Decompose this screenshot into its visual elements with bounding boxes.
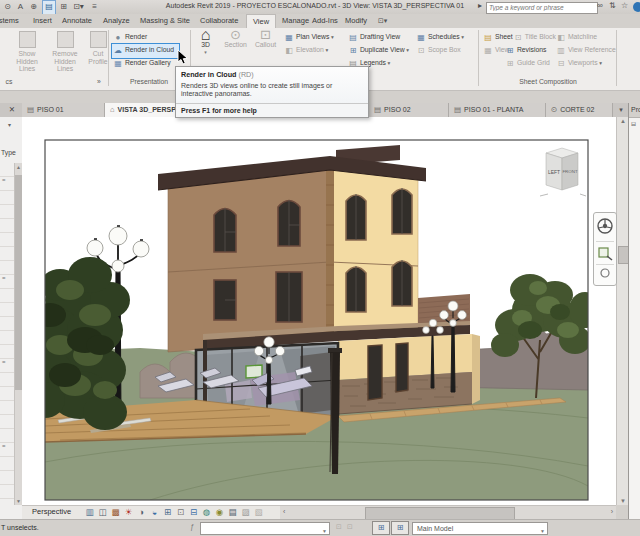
scope-box-icon: ⊡	[416, 44, 426, 57]
steering-wheel-icon[interactable]	[595, 215, 615, 239]
show-crop-region-icon[interactable]: ⊡	[174, 507, 187, 517]
close-view-icon[interactable]	[4, 103, 20, 117]
tab-analyze[interactable]: Analyze	[103, 14, 130, 28]
revisions-button[interactable]: ⊞ Revisions	[505, 43, 546, 56]
tab-systems[interactable]: Systems	[0, 14, 19, 28]
properties-scrollbar[interactable]: ▲ ▼	[14, 163, 22, 505]
scale-icon[interactable]: ▥	[83, 507, 96, 517]
sync-icon[interactable]: ⊕	[28, 0, 39, 13]
section-icon: ⊙	[222, 31, 249, 39]
gray-inactive-icon[interactable]: ⊡	[347, 523, 353, 531]
render-gallery-button[interactable]: ▦ Render Gallery	[113, 56, 171, 69]
render-gallery-icon: ▦	[113, 57, 123, 70]
tab-insert[interactable]: Insert	[33, 14, 52, 28]
graphics-panel-expand-icon[interactable]: »	[94, 76, 104, 87]
navigation-bar	[593, 212, 617, 286]
floor-plan-icon: ▤	[27, 103, 34, 117]
visual-style-icon[interactable]: ▩	[109, 507, 122, 517]
section-button[interactable]: ⊙ Section	[222, 30, 249, 48]
scrollbar-corner	[616, 505, 628, 519]
navbar-more-icon[interactable]	[595, 267, 615, 281]
editable-only-icon[interactable]: ⊡	[336, 523, 342, 531]
view-control-bar: Perspective ▥ ◫ ▩ ☀ ◑ ◒ ⊞ ⊡ ⊟ ◍ ◉ ▤ ▨ ▧	[22, 505, 280, 520]
tab-add-ins[interactable]: Add-Ins	[312, 14, 338, 28]
horizontal-scrollbar[interactable]: ‹ ›	[280, 505, 616, 520]
tab-annotate[interactable]: Annotate	[62, 14, 92, 28]
guide-grid-button[interactable]: ⊞ Guide Grid	[505, 56, 550, 69]
view-tab-piso01-planta[interactable]: ▤PISO 01 - PLANTA	[449, 103, 546, 117]
worksharing-display-icon[interactable]: ⊞	[372, 521, 390, 535]
view-icon: ▦	[483, 44, 493, 57]
type-selector-arrow-icon[interactable]: ▾	[8, 121, 11, 128]
matchline-button[interactable]: ◧ Matchline	[556, 30, 597, 43]
modify-tool-icon[interactable]: ⊙	[2, 0, 13, 13]
render-in-cloud-button[interactable]: ☁ Render in Cloud	[113, 43, 174, 56]
hide-analytical-icon[interactable]: ▨	[239, 507, 252, 517]
sheet-button[interactable]: ▤ Sheet	[483, 30, 513, 43]
temporary-view-properties-icon[interactable]: ▤	[226, 507, 239, 517]
design-options-icon[interactable]: ⊞	[391, 521, 409, 535]
tab-manage[interactable]: Manage	[282, 14, 309, 28]
reveal-hidden-icon[interactable]: ◉	[213, 507, 226, 517]
cut-profile-icon	[90, 31, 107, 48]
favorites-star-icon[interactable]: ☆	[621, 1, 628, 10]
render-dialog-icon[interactable]: ◒	[148, 507, 161, 517]
viewcube-front-face[interactable]: FRONT	[562, 169, 577, 174]
sign-in-icon[interactable]: ⇅	[609, 1, 616, 10]
text-tool-icon[interactable]: A	[15, 0, 26, 13]
remove-hidden-lines-button[interactable]: RemoveHidden Lines	[50, 30, 80, 73]
scrollbar-thumb[interactable]	[15, 175, 22, 390]
duplicate-view-button[interactable]: ⊞ Duplicate View	[348, 43, 409, 56]
viewports-button[interactable]: ⊟ Viewports	[556, 56, 602, 69]
viewcube-left-face[interactable]: LEFT	[548, 169, 560, 175]
tab-modify[interactable]: Modify	[345, 14, 367, 28]
scroll-left-icon[interactable]: ‹	[283, 508, 285, 515]
view-tab-piso01[interactable]: ▤PISO 01	[22, 103, 105, 117]
ribbon-tab-bar: Systems Insert Annotate Analyze Massing …	[0, 14, 640, 28]
shadows-icon[interactable]: ◑	[135, 507, 148, 517]
active-workset-select[interactable]: ▼	[200, 522, 330, 535]
3d-view-icon: ⌂	[110, 103, 115, 117]
view-reference-button[interactable]: ▥ View Reference	[556, 43, 616, 56]
elevation-button[interactable]: ◧ Elevation	[284, 43, 328, 56]
worksets-icon[interactable]: ƒ	[190, 523, 194, 530]
thin-lines-icon[interactable]: ⊞	[58, 0, 69, 13]
lock-3d-view-icon[interactable]: ⊟	[187, 507, 200, 517]
drafting-view-button[interactable]: ▤ Drafting View	[348, 30, 400, 43]
render-button[interactable]: ● Render	[113, 30, 147, 43]
tab-massing-site[interactable]: Massing & Site	[140, 14, 190, 28]
cut-profile-button[interactable]: CutProfile	[86, 30, 110, 65]
qat-menu-icon[interactable]: ≡	[89, 0, 100, 13]
temporary-hide-isolate-icon[interactable]: ◍	[200, 507, 213, 517]
view-tab-list-icon[interactable]: ▾	[615, 104, 627, 116]
3d-view-button[interactable]: ⌂ 3D▾	[192, 30, 219, 57]
switch-windows-icon[interactable]: ⊡▾	[71, 0, 86, 13]
properties-palette-icon[interactable]: ▤	[42, 0, 56, 15]
plan-views-button[interactable]: ▦ Plan Views	[284, 30, 334, 43]
search-collapse-icon[interactable]: ▸	[478, 1, 482, 10]
detail-level-icon[interactable]: ◫	[96, 507, 109, 517]
tree-expand-icon[interactable]: ⊟	[631, 120, 636, 127]
show-hidden-lines-button[interactable]: ShowHidden Lines	[12, 30, 42, 73]
properties-palette-sliver: ▾ Type = = = = ▲ ▼	[0, 117, 23, 519]
drawing-area[interactable]: LEFT FRONT	[22, 117, 616, 505]
floor-plan-icon: ▤	[454, 103, 461, 117]
help-search-input[interactable]	[486, 2, 598, 14]
callout-button[interactable]: ⊡ Callout	[252, 30, 279, 48]
crop-view-icon[interactable]: ⊞	[161, 507, 174, 517]
displaced-elements-icon[interactable]: ▧	[252, 507, 265, 517]
title-block-button[interactable]: ⊡ Title Block	[513, 30, 556, 43]
binoculars-search-icon[interactable]: ∞	[597, 1, 603, 10]
view-tab-corte02[interactable]: ⊙CORTE 02	[546, 103, 613, 117]
view-tab-piso02[interactable]: ▤PISO 02	[369, 103, 449, 117]
account-icon[interactable]	[633, 2, 640, 12]
design-option-select[interactable]: Main Model ▼	[412, 522, 548, 535]
sun-path-icon[interactable]: ☀	[122, 507, 135, 517]
mouse-cursor	[177, 49, 189, 65]
ribbon-state-toggle-icon[interactable]: ⊡▾	[378, 14, 387, 28]
scope-box-button[interactable]: ⊡ Scope Box	[416, 43, 461, 56]
scroll-right-icon[interactable]: ›	[611, 508, 613, 515]
zoom-tool-icon[interactable]	[595, 244, 615, 262]
status-message: T unselects.	[1, 524, 39, 531]
schedules-button[interactable]: ▦ Schedules	[416, 30, 464, 43]
